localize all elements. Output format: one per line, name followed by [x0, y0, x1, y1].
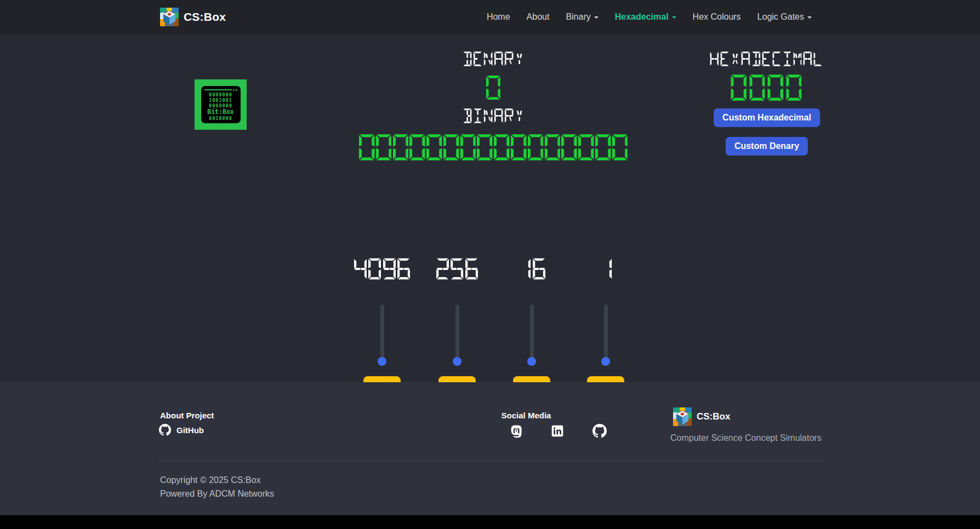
powered-by-text: Powered By ADCM Networks: [160, 489, 274, 499]
hexadecimal-converter-section: 0000000 1001001 0000000 Bit:Box 0010000 …: [0, 34, 980, 382]
footer: About Project GitHub Social Media: [0, 382, 980, 515]
github-social-link[interactable]: [592, 424, 607, 440]
nav-links: Home About Binary Hexadecimal Hex Colour…: [478, 8, 820, 26]
footer-brand: CS:Box: [673, 407, 730, 426]
mastodon-icon: [509, 430, 523, 440]
slider-value-label: [599, 257, 612, 280]
slider-track[interactable]: [604, 304, 608, 363]
slider-column-1: Reset: [567, 257, 644, 395]
chevron-down-icon: [672, 16, 676, 19]
linkedin-link[interactable]: [550, 424, 565, 440]
brand-name: CS:Box: [184, 10, 226, 24]
hexadecimal-display: [731, 73, 801, 102]
nav-item-binary[interactable]: Binary: [557, 8, 606, 26]
chevron-down-icon: [807, 16, 812, 19]
nav-item-home[interactable]: Home: [478, 8, 519, 26]
social-media-heading: Social Media: [502, 411, 551, 420]
navbar: CS:Box Home About Binary Hexadecimal Hex…: [0, 0, 980, 34]
nav-item-about[interactable]: About: [519, 8, 558, 26]
slider-column-16: Reset: [493, 257, 570, 395]
custom-hexadecimal-button[interactable]: Custom Hexadecimal: [714, 108, 820, 127]
hexadecimal-heading: [710, 51, 822, 67]
footer-tagline: Computer Science Concept Simulators: [670, 433, 822, 443]
denary-heading: [463, 51, 524, 67]
nav-item-hex-colours[interactable]: Hex Colours: [685, 8, 749, 26]
chevron-down-icon: [594, 16, 599, 19]
slider-thumb[interactable]: [453, 357, 461, 366]
copyright-text: Copyright © 2025 CS:Box: [160, 475, 260, 485]
slider-value-label: [518, 257, 545, 280]
slider-thumb[interactable]: [527, 357, 536, 366]
bitbox-logo-image: 0000000 1001001 0000000 Bit:Box 0010000: [195, 79, 247, 130]
slider-column-256: Reset: [419, 257, 495, 395]
binary-display: [359, 133, 628, 162]
nav-item-logic-gates[interactable]: Logic Gates: [749, 8, 820, 26]
slider-track[interactable]: [530, 304, 534, 363]
about-project-heading: About Project: [160, 411, 214, 420]
slider-value-label: [354, 257, 411, 280]
slider-value-label: [436, 257, 478, 280]
github-repo-link[interactable]: GitHub: [159, 424, 204, 436]
slider-thumb[interactable]: [378, 357, 386, 366]
footer-brand-name: CS:Box: [697, 411, 730, 422]
slider-track[interactable]: [455, 304, 459, 363]
denary-display: [486, 74, 500, 101]
nav-item-hexadecimal[interactable]: Hexadecimal: [607, 8, 685, 26]
custom-denary-button[interactable]: Custom Denary: [726, 137, 808, 156]
binary-heading: [463, 108, 524, 124]
slider-track[interactable]: [380, 304, 384, 363]
brand-link[interactable]: CS:Box: [160, 8, 226, 26]
footer-divider: [159, 461, 825, 461]
csbox-logo-icon: [160, 8, 179, 26]
github-icon: [159, 424, 171, 436]
github-icon: [592, 430, 607, 440]
page-bottom-strip: [0, 515, 980, 529]
slider-column-4096: Reset: [344, 257, 420, 395]
slider-thumb[interactable]: [601, 357, 610, 366]
mastodon-link[interactable]: [509, 424, 523, 440]
github-link-label: GitHub: [176, 426, 204, 435]
linkedin-icon: [550, 430, 565, 440]
bitbox-window-graphic: 0000000 1001001 0000000 Bit:Box 0010000: [201, 86, 241, 123]
csbox-logo-icon: [673, 407, 692, 426]
